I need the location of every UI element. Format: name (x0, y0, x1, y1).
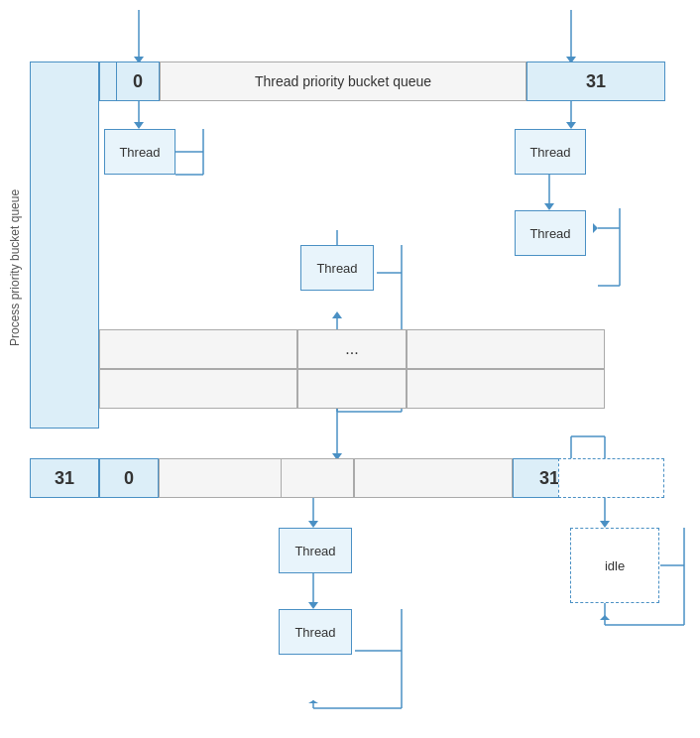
bottom-row-cell-2 (159, 458, 297, 498)
bottom-row-cell-3 (281, 458, 354, 498)
svg-marker-43 (600, 615, 610, 620)
top-row-cell-31: 31 (526, 62, 665, 101)
bottom-row-cell-31-left: 31 (30, 458, 99, 498)
svg-marker-31 (308, 602, 318, 609)
thread-box-t2: Thread (515, 129, 586, 175)
thread-box-t1: Thread (104, 129, 175, 175)
svg-marker-17 (593, 223, 598, 233)
mid-row2-cell-left (99, 369, 297, 409)
thread-box-t4: Thread (300, 245, 374, 291)
svg-marker-29 (308, 521, 318, 528)
bottom-row-cell-0: 0 (99, 458, 159, 498)
svg-marker-38 (600, 521, 610, 528)
mid-row-cell-right (407, 329, 605, 369)
thread-box-t3: Thread (515, 210, 586, 256)
top-row-cell-0-second: 0 (116, 62, 160, 101)
svg-marker-5 (134, 122, 144, 129)
svg-marker-13 (544, 203, 554, 210)
top-row-title-cell: Thread priority bucket queue (160, 62, 526, 101)
mid-row-cell-left (99, 329, 297, 369)
bottom-row-dashed-cell (558, 458, 664, 498)
svg-marker-19 (332, 311, 342, 318)
idle-box: idle (570, 528, 659, 603)
mid-row2-cell-right (407, 369, 605, 409)
mid-row2-cell-mid (297, 369, 407, 409)
process-priority-label: Process priority bucket queue (8, 129, 30, 407)
thread-box-t6: Thread (279, 609, 352, 655)
svg-marker-36 (308, 700, 318, 703)
thread-box-t5: Thread (279, 528, 352, 573)
svg-marker-11 (566, 122, 576, 129)
bottom-row-cell-4 (354, 458, 513, 498)
mid-row-cell-dots: ... (297, 329, 407, 369)
